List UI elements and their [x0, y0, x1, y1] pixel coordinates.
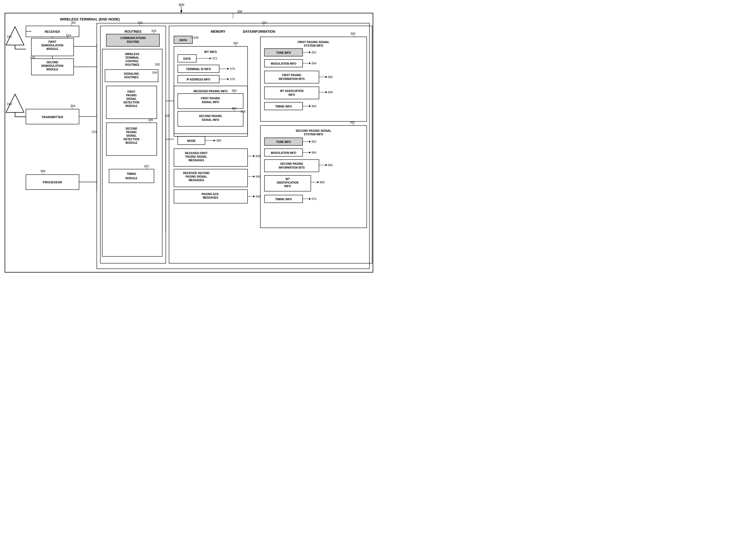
- ref-336: 336: [148, 118, 153, 122]
- svg-marker-56: [309, 141, 311, 143]
- modulation-info-2-label: MODULATION INFO: [271, 151, 296, 154]
- second-paging-info-bits-label2: INFORMATION BITS: [279, 166, 305, 169]
- timing-info-1-label: TIMING INFO: [275, 105, 292, 108]
- svg-marker-51: [325, 91, 327, 93]
- ref-350: 350: [233, 42, 238, 45]
- svg-marker-1: [180, 10, 182, 13]
- ref-302: 302: [71, 21, 76, 24]
- svg-marker-49: [325, 76, 327, 78]
- wt-id-label3: INFO: [284, 185, 291, 188]
- svg-line-54: [353, 124, 354, 126]
- transmitter-label: TRANSMITTER: [42, 115, 63, 119]
- ref-378: 378: [241, 110, 246, 113]
- second-paging-det-label1: SECOND: [126, 127, 137, 130]
- wireless-terminal-label: WIRELESS TERMINAL (END NODE): [60, 17, 120, 21]
- first-paging-info-bits-label1: FIRST PAGING: [282, 74, 301, 77]
- second-paging-det-label4: DETECTION: [123, 138, 139, 141]
- first-paging-det-label3: SIGNAL: [126, 97, 136, 100]
- ref-330: 330: [155, 63, 160, 66]
- first-paging-det-label2: PAGING: [126, 94, 137, 97]
- svg-line-24: [263, 24, 265, 26]
- ref-366: 366: [328, 163, 333, 167]
- first-demod-label: FIRST: [49, 41, 57, 44]
- ref-332: 332: [144, 164, 149, 168]
- wt-control-label3: CONTROL: [125, 60, 139, 63]
- ref-370: 370: [311, 197, 316, 201]
- ref-352: 352: [311, 51, 316, 54]
- ref-344: 344: [256, 154, 260, 158]
- ref-304: 304: [70, 104, 75, 107]
- ref-326: 326: [151, 29, 156, 32]
- ref-384: 384: [232, 107, 237, 110]
- svg-marker-64: [309, 198, 311, 200]
- first-paging-info-bits-box: [265, 71, 319, 83]
- recv-second-paging-label2: PAGING SIGNAL: [185, 175, 207, 178]
- ref-362: 362: [311, 140, 316, 143]
- ref-324: 324: [262, 21, 267, 24]
- second-paging-sys-label2: SYSTEM INFO: [304, 133, 323, 136]
- svg-marker-60: [325, 164, 327, 166]
- second-demod-label: SECOND: [46, 61, 58, 64]
- second-demod-label2: DEMODULATION: [41, 64, 64, 67]
- data-btn-label: DATA: [179, 38, 187, 42]
- tone-info-2-label: TONE INFO: [276, 141, 291, 144]
- svg-marker-28: [210, 57, 211, 60]
- first-paging-sys-label2: SYSTEM INFO: [304, 44, 323, 47]
- svg-marker-38: [253, 155, 255, 157]
- ref-314: 314: [66, 33, 71, 37]
- recv-second-paging-label3: MESSAGES: [189, 179, 204, 182]
- memory-label: MEMORY: [211, 30, 225, 33]
- second-paging-det-label3: SIGNAL: [126, 134, 136, 137]
- ref-372: 372: [212, 57, 217, 60]
- ref-374: 374: [230, 67, 235, 70]
- svg-marker-58: [309, 151, 311, 154]
- ref-356: 356: [328, 75, 333, 79]
- ref-368: 368: [319, 181, 324, 184]
- first-paging-signal-info-label2: SIGNAL INFO: [202, 101, 219, 104]
- ref-380: 380: [216, 139, 221, 142]
- svg-marker-32: [227, 78, 229, 80]
- wt-association-label2: INFO: [288, 93, 295, 96]
- recv-second-paging-label1: RECEIVED SECOND: [183, 172, 210, 175]
- title-300: 300: [178, 3, 184, 7]
- tone-info-1-label: TONE INFO: [276, 51, 291, 54]
- svg-line-3: [71, 24, 72, 26]
- svg-line-43: [353, 35, 355, 37]
- wt-control-label4: ROUTINES: [125, 63, 139, 66]
- svg-marker-36: [214, 139, 215, 142]
- recv-first-paging-label2: PAGING SIGNAL: [185, 155, 207, 158]
- data-info-label: DATA/INFORMATION: [243, 30, 275, 33]
- mode-label: MODE: [187, 139, 196, 142]
- ref-354: 354: [311, 62, 316, 65]
- svg-marker-40: [253, 175, 255, 178]
- svg-line-10: [72, 107, 73, 109]
- paging-ack-label1: PAGING ACK.: [201, 192, 219, 195]
- svg-line-26: [235, 45, 237, 47]
- receiver-label: RECEIVER: [45, 30, 60, 33]
- ref-346: 346: [256, 175, 260, 178]
- received-first-paging-msg-box: [174, 149, 248, 166]
- signaling-routines-label2: ROUTINES: [124, 76, 138, 79]
- ref-382: 382: [232, 89, 237, 92]
- recv-first-paging-label1: RECEIVED FIRST: [185, 152, 208, 155]
- svg-marker-47: [309, 62, 311, 64]
- second-paging-info-bits-box: [265, 160, 319, 172]
- wt-control-label2: TERMINAL: [125, 56, 139, 59]
- wireless-terminal-box: [5, 13, 373, 272]
- signaling-routines-label: SIGNALING: [124, 72, 139, 75]
- ip-address-label: IP ADDRESS INFO: [186, 78, 210, 81]
- processor-label: PROCESSOR: [43, 181, 62, 184]
- comm-routine-label2: ROUTINE: [127, 41, 139, 44]
- ref-342: 342: [350, 121, 355, 124]
- ref-348: 348: [256, 195, 260, 198]
- second-paging-signal-info-label2: SIGNAL INFO: [202, 118, 219, 122]
- terminal-id-label: TERMINAL ID INFO: [186, 68, 211, 71]
- wt-control-label1: WIRELESS: [125, 53, 139, 56]
- timing-module-label2: MODULE: [125, 177, 137, 180]
- ref-306: 306: [40, 169, 45, 173]
- ref-308: 308: [237, 10, 242, 13]
- second-paging-det-label5: MODULE: [125, 141, 137, 144]
- ref-364: 364: [311, 151, 316, 154]
- timing-module-box: [109, 169, 154, 183]
- data-sub-label: DATA: [183, 57, 191, 60]
